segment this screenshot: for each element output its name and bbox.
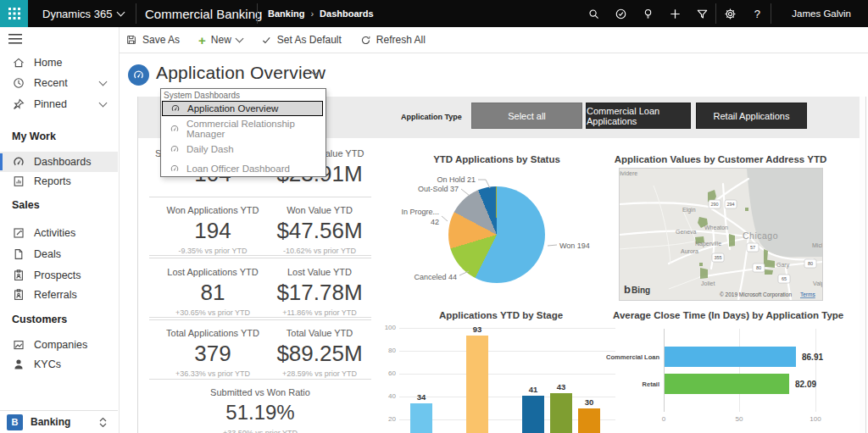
filter-select-all-button[interactable]: Select all bbox=[471, 103, 582, 129]
command-bar: Save As + New Set As Default Refresh All bbox=[119, 27, 868, 53]
sidebar-item-dashboards[interactable]: Dashboards bbox=[0, 152, 118, 172]
dropdown-item-loan-officer-dashboard[interactable]: Loan Officer Dashboard bbox=[162, 161, 323, 176]
sidebar-item-companies[interactable]: Companies bbox=[0, 335, 118, 355]
dashboard-gauge-icon bbox=[132, 69, 145, 81]
y-axis-tick: 80 bbox=[377, 347, 396, 354]
close-bar-retail bbox=[665, 374, 789, 394]
gridline bbox=[399, 328, 615, 329]
kpi-divider bbox=[149, 319, 371, 320]
bing-map[interactable]: 290 294 57 355 80 80 65 Belvidere Elgin … bbox=[619, 168, 823, 301]
sidebar-item-label: Companies bbox=[34, 339, 87, 351]
svg-text:Belvidere: Belvidere bbox=[620, 170, 637, 176]
app-name: Commercial Banking bbox=[145, 0, 262, 27]
breadcrumb-section[interactable]: Banking bbox=[268, 8, 304, 19]
save-as-button[interactable]: Save As bbox=[125, 34, 180, 46]
stage-bar-3 bbox=[522, 396, 544, 433]
bar-value-label: 34 bbox=[410, 392, 432, 402]
y-axis-tick: 60 bbox=[377, 369, 396, 377]
kpi-value: 51.19% bbox=[175, 400, 345, 425]
user-menu[interactable]: James Galvin bbox=[771, 8, 868, 19]
map-terms-link[interactable]: Terms bbox=[800, 291, 815, 297]
gridline bbox=[815, 329, 816, 412]
pie-label-out-sold: Out-Sold 37 bbox=[374, 185, 459, 193]
settings-button[interactable] bbox=[716, 0, 743, 27]
svg-text:290: 290 bbox=[710, 202, 718, 207]
sidebar-item-kycs[interactable]: KYCs bbox=[0, 354, 118, 375]
sitemap-toggle-button[interactable] bbox=[8, 34, 22, 44]
dashboard-gauge-icon bbox=[170, 103, 181, 114]
sidebar-item-pinned[interactable]: Pinned bbox=[0, 94, 118, 114]
svg-text:Elgin: Elgin bbox=[682, 207, 696, 214]
stage-bar-4 bbox=[550, 393, 572, 433]
sidebar-item-activities[interactable]: Activities bbox=[0, 223, 118, 243]
pin-icon bbox=[12, 97, 25, 111]
map-attribution: © 2019 Microsoft Corporation bbox=[720, 291, 792, 298]
sidebar-item-deals[interactable]: Deals bbox=[0, 244, 118, 264]
task-check-button[interactable] bbox=[607, 0, 634, 27]
dropdown-item-daily-dash[interactable]: Daily Dash bbox=[162, 142, 323, 157]
svg-text:57: 57 bbox=[750, 245, 755, 250]
sidebar-item-home[interactable]: Home bbox=[0, 53, 118, 73]
svg-text:80: 80 bbox=[808, 261, 813, 266]
pie-chart bbox=[448, 186, 545, 283]
search-button[interactable] bbox=[580, 0, 607, 27]
bar-value-label: 30 bbox=[578, 397, 600, 407]
sidebar-item-label: Referrals bbox=[34, 289, 77, 301]
brand-label: Dynamics 365 bbox=[42, 8, 112, 20]
dashboard-title-icon bbox=[128, 64, 149, 86]
sidebar-item-referrals[interactable]: Referrals bbox=[0, 285, 118, 305]
svg-text:Aurora: Aurora bbox=[681, 248, 698, 254]
bar-value-label: 86.91 bbox=[802, 353, 823, 362]
area-badge: B bbox=[7, 414, 23, 430]
topbar-icon-group: ? James Galvin bbox=[580, 0, 868, 27]
svg-text:65: 65 bbox=[782, 276, 787, 281]
refresh-all-button[interactable]: Refresh All bbox=[360, 34, 426, 46]
sidebar-item-prospects[interactable]: Prospects bbox=[0, 265, 118, 286]
refresh-icon bbox=[360, 35, 371, 46]
svg-text:Valparaiso: Valparaiso bbox=[813, 280, 822, 287]
stage-bar-2 bbox=[466, 336, 488, 433]
new-button[interactable]: + New bbox=[198, 34, 242, 47]
svg-text:Gary: Gary bbox=[776, 262, 790, 269]
area-switcher[interactable]: B Banking bbox=[0, 410, 118, 433]
sidebar-item-label: Home bbox=[34, 57, 62, 69]
chevron-down-icon bbox=[99, 99, 108, 108]
page-title[interactable]: Application Overview bbox=[156, 63, 326, 83]
kpi-value: $17.78M bbox=[256, 280, 383, 305]
vertical-scrollbar[interactable] bbox=[860, 97, 866, 433]
kpi-label: Lost Value YTD bbox=[256, 266, 383, 278]
y-axis-tick: 40 bbox=[377, 392, 396, 400]
filter-commercial-loan-button[interactable]: Commercial Loan Applications bbox=[586, 103, 691, 129]
y-axis-tick: 100 bbox=[377, 324, 396, 331]
insights-button[interactable] bbox=[634, 0, 661, 27]
sidebar-item-label: Reports bbox=[34, 175, 71, 187]
kpi-submitted-won-ratio: Submitted vs Won Ratio 51.19% +33.50% vs… bbox=[175, 386, 345, 433]
sidebar-item-label: KYCs bbox=[34, 358, 61, 370]
breadcrumb: Banking › Dashboards bbox=[268, 0, 374, 27]
svg-text:Geneva: Geneva bbox=[676, 229, 697, 235]
set-as-default-button[interactable]: Set As Default bbox=[261, 34, 342, 46]
save-as-label: Save As bbox=[142, 34, 180, 46]
refresh-all-label: Refresh All bbox=[376, 34, 426, 46]
filter-retail-button[interactable]: Retail Applications bbox=[696, 103, 807, 129]
dropdown-item-commercial-relationship-manager[interactable]: Commercial Relationship Manager bbox=[162, 121, 323, 136]
filter-button[interactable] bbox=[688, 0, 715, 27]
brand-menu[interactable]: Dynamics 365 bbox=[42, 0, 124, 27]
sidebar-item-reports[interactable]: Reports bbox=[0, 171, 118, 192]
quick-create-button[interactable] bbox=[661, 0, 688, 27]
bing-logo: b Bing bbox=[624, 283, 650, 296]
breadcrumb-page[interactable]: Dashboards bbox=[320, 8, 374, 19]
sidebar-item-label: Deals bbox=[34, 248, 61, 260]
sidebar-item-recent[interactable]: Recent bbox=[0, 73, 118, 93]
dropdown-item-application-overview[interactable]: Application Overview bbox=[162, 101, 323, 116]
save-icon bbox=[125, 34, 137, 46]
help-button[interactable]: ? bbox=[743, 0, 771, 27]
app-launcher-button[interactable] bbox=[0, 0, 28, 27]
filter-label: Application Type bbox=[401, 113, 462, 121]
stage-bar-1 bbox=[410, 403, 432, 433]
bar-value-label: 41 bbox=[522, 385, 544, 394]
svg-text:Chicago: Chicago bbox=[743, 230, 778, 241]
sidebar-group-customers: Customers bbox=[12, 314, 67, 325]
new-label: New bbox=[211, 34, 231, 46]
pie-chart-title: YTD Applications by Status bbox=[387, 154, 607, 164]
